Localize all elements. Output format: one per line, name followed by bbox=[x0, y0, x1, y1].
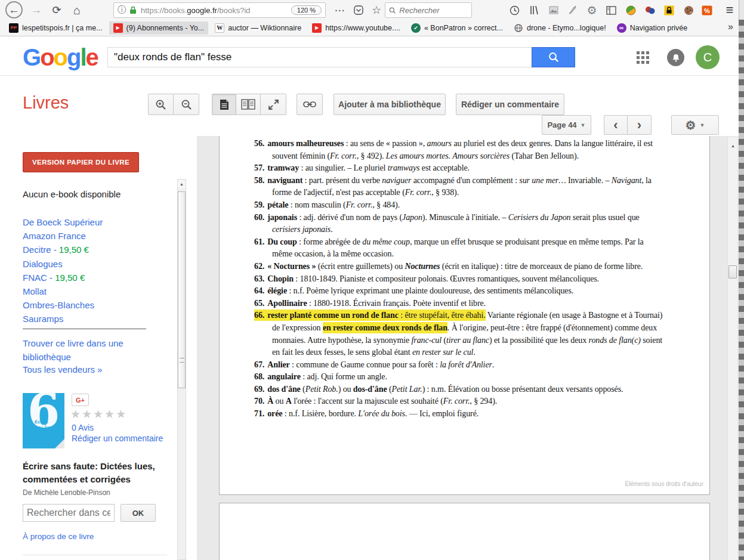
seller-row: Sauramps bbox=[23, 312, 103, 326]
seller-link[interactable]: Amazon France bbox=[23, 231, 86, 241]
bookmark-item[interactable]: drone - Etymo...logique! bbox=[510, 21, 610, 35]
gear-extension-icon[interactable]: ⚙ bbox=[584, 3, 600, 17]
screenshot-image-icon[interactable] bbox=[546, 3, 561, 17]
library-icon[interactable] bbox=[527, 3, 542, 17]
bookmarks-overflow-icon[interactable]: » bbox=[728, 21, 733, 32]
zoom-out-button[interactable] bbox=[174, 94, 199, 115]
book-sidebar: VERSION PAPIER DU LIVRE Aucun e-book dis… bbox=[0, 136, 197, 560]
page-info-icon[interactable]: ⓘ bbox=[118, 5, 126, 16]
seller-link[interactable]: Ombres-Blanches bbox=[23, 300, 94, 310]
svg-text:%: % bbox=[704, 7, 710, 14]
google-search-input[interactable] bbox=[107, 47, 532, 67]
write-review-link[interactable]: Rédiger un commentaire bbox=[72, 434, 163, 443]
next-page-button[interactable]: › bbox=[628, 115, 652, 135]
private-favicon-icon bbox=[617, 23, 626, 33]
browser-search-input[interactable] bbox=[399, 6, 468, 15]
seller-link[interactable]: Sauramps bbox=[23, 314, 63, 324]
book-viewer: 56.amours malheureuses : au sens de « pa… bbox=[197, 136, 739, 560]
notifications-bell-icon[interactable] bbox=[667, 49, 684, 66]
page-select-dropdown[interactable]: Page 44▼ bbox=[542, 115, 591, 135]
account-avatar[interactable]: C bbox=[696, 45, 720, 69]
quill-pen-icon[interactable] bbox=[565, 3, 581, 17]
single-page-view-button[interactable] bbox=[212, 94, 236, 115]
viewer-scrollbar[interactable]: ▲ bbox=[727, 137, 737, 560]
rating-stars[interactable] bbox=[70, 407, 127, 421]
seller-row: Dialogues bbox=[23, 257, 103, 271]
sidebar-divider bbox=[23, 329, 146, 329]
bookmark-item[interactable]: Navigation privée bbox=[613, 21, 692, 35]
google-apps-grid-icon[interactable] bbox=[637, 51, 650, 64]
chevron-left-icon: ‹ bbox=[613, 119, 618, 132]
percent-badge-extension-icon[interactable]: % bbox=[699, 3, 715, 17]
browser-search-box[interactable] bbox=[385, 2, 472, 18]
back-icon[interactable]: ← bbox=[5, 1, 23, 18]
search-in-book-input[interactable] bbox=[23, 504, 115, 522]
find-in-library-link[interactable]: Trouver ce livre dans une bibliothèque bbox=[23, 336, 151, 364]
scroll-up-arrow-icon[interactable]: ▲ bbox=[728, 141, 738, 150]
previous-page-button[interactable]: ‹ bbox=[604, 115, 628, 135]
bookmark-label: Navigation privée bbox=[630, 24, 688, 32]
product-name: Livres bbox=[23, 93, 69, 113]
book-entry: 60.japonais : adj. dérivé d'un nom de pa… bbox=[254, 212, 664, 236]
zoom-in-button[interactable] bbox=[148, 94, 174, 115]
seller-link[interactable]: Dialogues bbox=[23, 259, 63, 269]
sidebar-panel-icon[interactable] bbox=[603, 3, 619, 17]
copyright-notice: Éléments sous droits d'auteur bbox=[625, 481, 703, 487]
bookmark-item[interactable]: (9) Abonnements - Yo... bbox=[109, 21, 209, 35]
chevron-right-icon: › bbox=[637, 119, 641, 132]
home-icon[interactable]: ⌂ bbox=[68, 1, 86, 19]
search-ok-button[interactable]: OK bbox=[121, 504, 156, 522]
window-scrollbar-edge[interactable] bbox=[739, 20, 744, 560]
bookmark-item[interactable]: « BonPatron » correct... bbox=[407, 21, 507, 35]
bookmark-label: « BonPatron » correct... bbox=[424, 24, 503, 32]
sidebar-divider-light bbox=[23, 555, 167, 555]
fullscreen-button[interactable] bbox=[261, 94, 286, 115]
scrollbar-thumb[interactable] bbox=[728, 265, 737, 279]
history-clock-icon[interactable] bbox=[507, 3, 522, 17]
add-to-library-button[interactable]: Ajouter à ma bibliothèque bbox=[334, 94, 446, 115]
seller-link[interactable]: Mollat bbox=[23, 286, 47, 296]
url-bar[interactable]: ⓘ https://books.google.fr/books?id 120 % bbox=[113, 2, 326, 18]
zoom-level-badge[interactable]: 120 % bbox=[291, 5, 322, 15]
seller-link[interactable]: FNAC - bbox=[23, 273, 55, 283]
write-review-button[interactable]: Rédiger un commentaire bbox=[456, 94, 564, 115]
bookmark-label: https://www.youtube.... bbox=[325, 24, 400, 32]
book-title: Écrire sans faute: Dictées lues,commenté… bbox=[23, 460, 172, 486]
google-logo[interactable]: Google bbox=[23, 44, 98, 71]
google-plus-button[interactable]: G+ bbox=[72, 394, 89, 406]
bookmark-item[interactable]: https://www.youtube.... bbox=[308, 21, 405, 35]
seller-link[interactable]: Decitre - bbox=[23, 245, 59, 255]
two-page-view-button[interactable] bbox=[236, 94, 261, 115]
settings-gear-button[interactable]: ⚙▼ bbox=[671, 115, 719, 135]
cover-page-fold bbox=[55, 439, 64, 448]
get-link-button[interactable] bbox=[297, 94, 323, 115]
seller-link[interactable]: De Boeck Supérieur bbox=[23, 217, 103, 227]
bookmark-item[interactable]: PPlespetitspois.fr | ça me... bbox=[5, 21, 107, 35]
scroll-up-arrow-icon[interactable]: ▲ bbox=[178, 180, 186, 188]
book-cover-thumbnail[interactable]: 6 Écrire sans faute bbox=[23, 393, 64, 448]
pocket-icon[interactable] bbox=[351, 3, 366, 17]
globe-extension-icon[interactable] bbox=[623, 3, 638, 17]
window-edge bbox=[739, 0, 744, 20]
all-sellers-link[interactable]: Tous les vendeurs » bbox=[23, 364, 102, 375]
password-lock-extension-icon[interactable] bbox=[661, 3, 677, 17]
reviews-count-link[interactable]: 0 Avis bbox=[72, 423, 94, 432]
paper-version-button[interactable]: VERSION PAPIER DU LIVRE bbox=[23, 152, 139, 172]
seller-row: Amazon France bbox=[23, 229, 103, 243]
spheres-extension-icon[interactable] bbox=[643, 3, 658, 17]
about-book-link[interactable]: À propos de ce livre bbox=[23, 532, 94, 541]
zoom-out-icon bbox=[181, 99, 192, 110]
book-entry: 70.À ou A l'orée : l'accent sur la majus… bbox=[254, 395, 664, 408]
bookmark-star-icon[interactable]: ☆ bbox=[369, 3, 384, 17]
scrollbar-thumb[interactable] bbox=[178, 191, 186, 388]
menu-hamburger-icon[interactable]: ≡ bbox=[722, 3, 737, 17]
page-actions-icon[interactable]: ⋯ bbox=[332, 3, 347, 17]
bookmark-item[interactable]: auctor — Wiktionnaire bbox=[211, 21, 305, 35]
sidebar-scrollbar[interactable]: ▲ bbox=[177, 179, 186, 560]
forward-icon[interactable]: → bbox=[27, 1, 45, 19]
browser-window: ← → ⟳ ⌂ ⓘ https://books.google.fr/books?… bbox=[0, 0, 744, 560]
google-search-button[interactable] bbox=[532, 47, 575, 67]
cookie-extension-icon[interactable] bbox=[681, 3, 696, 17]
book-entry: 56.amours malheureuses : au sens de « pa… bbox=[254, 138, 664, 162]
reload-icon[interactable]: ⟳ bbox=[48, 1, 66, 19]
